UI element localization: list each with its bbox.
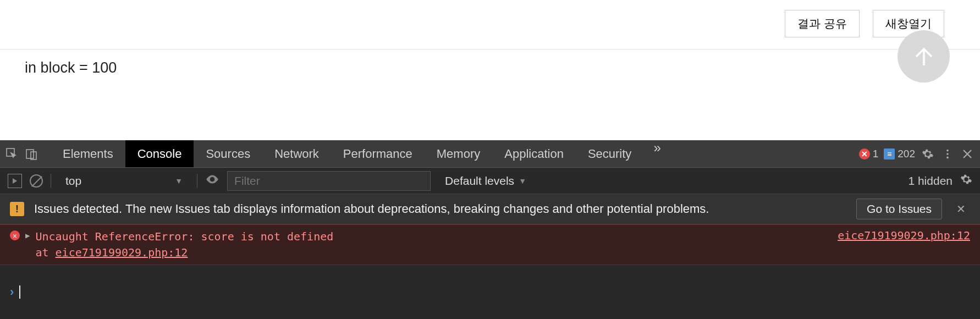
- settings-icon[interactable]: [921, 147, 935, 161]
- prompt-caret-icon: ›: [10, 285, 14, 299]
- tab-security[interactable]: Security: [576, 140, 643, 167]
- result-output-area: in block = 100: [0, 50, 980, 140]
- inspect-element-icon[interactable]: [5, 147, 19, 161]
- filter-input[interactable]: [227, 171, 431, 191]
- tab-application[interactable]: Application: [492, 140, 576, 167]
- dropdown-triangle-icon: ▼: [175, 177, 183, 185]
- console-settings-icon[interactable]: [960, 173, 972, 188]
- log-levels-selector[interactable]: Default levels ▼: [438, 172, 533, 190]
- issues-message: Issues detected. The new Issues tab disp…: [34, 202, 709, 216]
- live-expression-icon[interactable]: [205, 172, 219, 189]
- console-toolbar: top ▼ Default levels ▼ 1 hidden: [0, 168, 980, 194]
- warning-count-badge[interactable]: ≡ 202: [884, 148, 915, 160]
- context-selector[interactable]: top ▼: [59, 172, 189, 190]
- devtools-panel: Elements Console Sources Network Perform…: [0, 140, 980, 319]
- error-message-text: Uncaught ReferenceError: score is not de…: [35, 230, 333, 243]
- devtools-inspect-icons: [5, 147, 51, 161]
- devtools-tabbar: Elements Console Sources Network Perform…: [0, 140, 980, 168]
- error-source-link[interactable]: eice719199029.php:12: [838, 229, 970, 261]
- tab-console[interactable]: Console: [125, 140, 194, 167]
- device-toggle-icon[interactable]: [25, 147, 38, 161]
- devtools-tabs: Elements Console Sources Network Perform…: [51, 140, 671, 167]
- toolbar-divider: [197, 174, 197, 188]
- console-sidebar-toggle-icon[interactable]: [8, 174, 22, 188]
- output-text: in block = 100: [25, 59, 117, 76]
- info-icon: ≡: [884, 148, 895, 160]
- scroll-to-top-button[interactable]: [898, 30, 950, 82]
- hidden-messages-info: 1 hidden: [908, 173, 972, 188]
- log-levels-label: Default levels: [445, 174, 514, 188]
- error-count-badge[interactable]: ✕ 1: [859, 148, 879, 160]
- svg-rect-1: [26, 150, 34, 158]
- close-devtools-icon[interactable]: [960, 147, 975, 161]
- console-error-row[interactable]: ✕ ▶ Uncaught ReferenceError: score is no…: [0, 224, 980, 265]
- more-tabs-button[interactable]: »: [643, 140, 670, 167]
- console-prompt-row[interactable]: ›: [0, 265, 980, 319]
- svg-point-5: [946, 156, 949, 158]
- tab-elements[interactable]: Elements: [51, 140, 125, 167]
- close-issues-bar-icon[interactable]: ✕: [952, 202, 970, 216]
- error-text-block: Uncaught ReferenceError: score is not de…: [35, 229, 333, 261]
- issue-warning-icon: !: [10, 202, 24, 216]
- tab-memory[interactable]: Memory: [425, 140, 492, 167]
- arrow-up-icon: [911, 43, 937, 70]
- error-count: 1: [873, 148, 879, 160]
- error-stack-link[interactable]: eice719199029.php:12: [56, 246, 188, 259]
- tab-network[interactable]: Network: [262, 140, 331, 167]
- go-to-issues-button[interactable]: Go to Issues: [856, 199, 942, 219]
- warning-count: 202: [898, 148, 915, 160]
- error-badge-icon: ✕: [10, 230, 20, 240]
- toolbar-divider: [51, 174, 51, 188]
- share-result-button[interactable]: 결과 공유: [785, 10, 860, 37]
- error-icon: ✕: [859, 148, 870, 160]
- dropdown-triangle-icon: ▼: [519, 177, 526, 185]
- issues-notification-bar: ! Issues detected. The new Issues tab di…: [0, 194, 980, 224]
- svg-point-3: [946, 149, 949, 151]
- tab-performance[interactable]: Performance: [331, 140, 425, 167]
- expand-triangle-icon[interactable]: ▶: [25, 231, 30, 240]
- kebab-menu-icon[interactable]: [940, 147, 955, 161]
- devtools-tabbar-right: ✕ 1 ≡ 202: [859, 147, 975, 161]
- context-value: top: [65, 174, 81, 188]
- clear-console-icon[interactable]: [30, 174, 43, 188]
- error-stack-prefix: at: [35, 246, 55, 259]
- hidden-count-text[interactable]: 1 hidden: [908, 174, 953, 188]
- prompt-cursor: [19, 285, 20, 299]
- result-header: 결과 공유 새창열기: [0, 0, 980, 50]
- tab-sources[interactable]: Sources: [194, 140, 262, 167]
- svg-point-4: [946, 153, 949, 155]
